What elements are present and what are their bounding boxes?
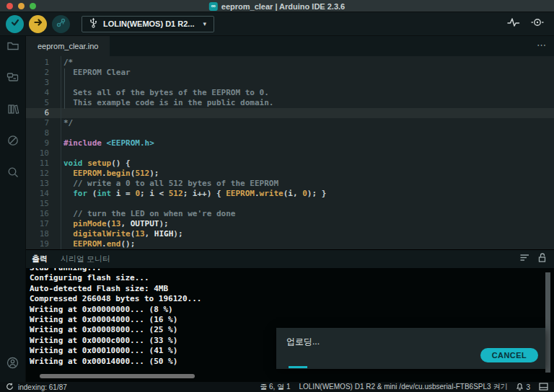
console-line: Stub running...: [30, 268, 554, 273]
upload-notification: 업로딩... CANCEL: [276, 328, 545, 369]
board-selector[interactable]: LOLIN(WEMOS) D1 R2... ▾: [82, 16, 214, 32]
line-number: 18: [26, 229, 49, 239]
console-horizontal-scrollbar[interactable]: [40, 374, 195, 378]
line-number: 16: [26, 209, 49, 219]
line-number: 19: [26, 239, 49, 249]
code-line[interactable]: 6: [26, 108, 554, 118]
toggle-panel-icon[interactable]: [539, 383, 548, 392]
code-line[interactable]: 7*/: [26, 118, 554, 128]
console-line: Writing at 0x00004000... (16 %): [30, 315, 554, 325]
line-number: 13: [26, 179, 49, 189]
code-line[interactable]: 11void setup() {: [26, 159, 554, 169]
sidebar-item-boards-manager[interactable]: [6, 72, 19, 85]
tab-serial-monitor[interactable]: 시리얼 모니터: [61, 254, 110, 264]
upload-progress-bar: [289, 366, 307, 368]
line-number: 14: [26, 189, 49, 199]
code-line[interactable]: 13 // write a 0 to all 512 bytes of the …: [26, 179, 554, 189]
verify-button[interactable]: [6, 15, 24, 33]
sync-icon: [6, 383, 14, 392]
debug-disabled-icon: [6, 134, 19, 150]
line-number: 15: [26, 199, 49, 209]
activity-sidebar: [0, 36, 26, 382]
code-line[interactable]: 10: [26, 148, 554, 159]
lock-open-icon[interactable]: [537, 252, 547, 266]
serial-plotter-icon[interactable]: [507, 17, 520, 31]
indent-guide: [64, 68, 65, 109]
notification-count: 3: [526, 383, 530, 391]
statusbar-right: 줄 6, 열 1 LOLIN(WEMOS) D1 R2 & mini /dev/…: [260, 382, 548, 392]
window-title: eeprom_clear | Arduino IDE 2.3.6: [221, 2, 345, 11]
close-button[interactable]: [6, 3, 13, 9]
search-icon: [6, 166, 19, 182]
line-number: 12: [26, 169, 49, 179]
code-text: digitalWrite(13, HIGH);: [63, 229, 183, 239]
clear-output-icon[interactable]: [519, 252, 530, 266]
code-line[interactable]: 2 EEPROM Clear: [26, 68, 554, 78]
debug-button[interactable]: [52, 15, 70, 33]
board-port-status[interactable]: LOLIN(WEMOS) D1 R2 & mini /dev/cu.usbser…: [299, 382, 507, 392]
arduino-logo-icon: ∞: [209, 2, 218, 11]
window-title-group: ∞ eeprom_clear | Arduino IDE 2.3.6: [209, 0, 345, 12]
tab-label: eeprom_clear.ino: [38, 42, 98, 50]
code-line[interactable]: 14 for (int i = 0; i < 512; i++) { EEPRO…: [26, 189, 554, 199]
tab-output[interactable]: 출력: [32, 254, 48, 264]
console-vertical-scrollbar[interactable]: [545, 272, 550, 373]
window-controls: [6, 3, 36, 9]
code-text: // write a 0 to all 512 bytes of the EEP…: [63, 179, 278, 189]
notifications[interactable]: 3: [516, 383, 530, 392]
toolbar-right: [507, 17, 544, 31]
line-number: 6: [26, 108, 49, 118]
upload-button[interactable]: [29, 15, 47, 33]
code-line[interactable]: 15: [26, 199, 554, 209]
code-text: EEPROM.end();: [63, 239, 135, 249]
bell-icon: [516, 383, 524, 392]
code-line[interactable]: 18 digitalWrite(13, HIGH);: [26, 229, 554, 239]
code-line[interactable]: 5 This example code is in the public dom…: [26, 98, 554, 108]
sidebar-item-search[interactable]: [6, 167, 19, 180]
line-number: 4: [26, 88, 49, 98]
sidebar-item-sketchbook[interactable]: [6, 40, 19, 53]
code-lines: 1/*2 EEPROM Clear34 Sets all of the byte…: [26, 58, 554, 249]
tab-eeprom-clear[interactable]: eeprom_clear.ino: [26, 36, 110, 56]
line-number: 5: [26, 98, 49, 108]
usb-icon: [89, 17, 97, 31]
code-line[interactable]: 3: [26, 78, 554, 88]
code-text: Sets all of the bytes of the EEPROM to 0…: [63, 88, 269, 98]
cursor-position[interactable]: 줄 6, 열 1: [260, 382, 290, 392]
code-text: This example code is in the public domai…: [63, 98, 273, 108]
minimize-button[interactable]: [18, 3, 25, 9]
line-number: 8: [26, 128, 49, 138]
debug-icon: [56, 17, 66, 31]
code-line[interactable]: 1/*: [26, 58, 554, 68]
sidebar-item-debug[interactable]: [6, 135, 19, 148]
code-text: EEPROM.begin(512);: [63, 169, 159, 179]
sidebar-item-account[interactable]: [6, 356, 19, 373]
code-editor[interactable]: 1/*2 EEPROM Clear34 Sets all of the byte…: [26, 56, 554, 249]
code-text: /*: [63, 58, 73, 68]
code-text: void setup() {: [63, 159, 131, 169]
code-text: */: [63, 118, 73, 128]
console-line: Configuring flash size...: [30, 273, 554, 283]
serial-monitor-icon[interactable]: [531, 17, 544, 31]
code-line[interactable]: 4 Sets all of the bytes of the EEPROM to…: [26, 88, 554, 98]
zoom-button[interactable]: [30, 3, 36, 9]
cancel-button[interactable]: CANCEL: [480, 348, 538, 362]
upload-message: 업로딩...: [276, 328, 545, 348]
more-actions-icon[interactable]: ⋯: [537, 40, 547, 50]
indexing-status: indexing: 61/87: [18, 383, 67, 391]
board-selector-label: LOLIN(WEMOS) D1 R2...: [103, 19, 195, 28]
line-number: 7: [26, 118, 49, 128]
account-icon: [6, 360, 19, 372]
sidebar-item-library-manager[interactable]: [6, 104, 19, 117]
titlebar: ∞ eeprom_clear | Arduino IDE 2.3.6: [0, 0, 554, 12]
code-line[interactable]: 12 EEPROM.begin(512);: [26, 169, 554, 179]
code-line[interactable]: 16 // turn the LED on when we're done: [26, 209, 554, 219]
line-number: 3: [26, 78, 49, 88]
code-line[interactable]: 9#include <EEPROM.h>: [26, 138, 554, 148]
console-line: Writing at 0x00000000... (8 %): [30, 305, 554, 315]
code-line[interactable]: 19 EEPROM.end();: [26, 239, 554, 249]
code-text: EEPROM Clear: [63, 68, 131, 78]
right-arrow-icon: [33, 17, 43, 30]
code-line[interactable]: 8: [26, 128, 554, 138]
code-line[interactable]: 17 pinMode(13, OUTPUT);: [26, 219, 554, 229]
